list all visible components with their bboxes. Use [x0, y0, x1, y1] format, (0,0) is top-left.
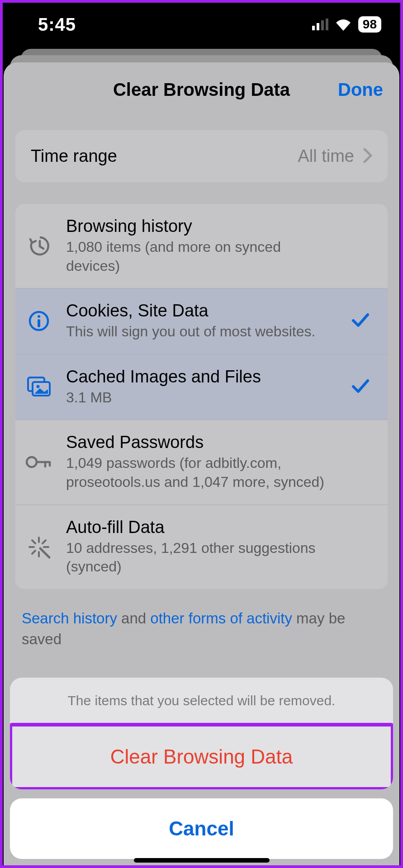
status-icons: 98 — [312, 16, 381, 33]
row-title: Auto-fill Data — [66, 518, 338, 537]
row-title: Browsing history — [66, 217, 338, 236]
history-icon — [24, 231, 53, 260]
data-types-list: Browsing history 1,080 items (and more o… — [15, 204, 388, 589]
status-time: 5:45 — [38, 14, 76, 35]
row-subtitle: 3.1 MB — [66, 388, 338, 407]
svg-point-10 — [27, 457, 37, 467]
page-title: Clear Browsing Data — [113, 80, 290, 100]
row-title: Saved Passwords — [66, 433, 338, 452]
svg-rect-0 — [312, 26, 315, 30]
wand-icon — [24, 533, 53, 561]
chevron-right-icon — [363, 148, 372, 165]
svg-point-9 — [37, 385, 40, 388]
cellular-icon — [312, 19, 328, 30]
key-icon — [24, 448, 53, 476]
svg-rect-3 — [326, 19, 328, 30]
status-bar: 5:45 98 — [0, 0, 403, 49]
sheet-header: Clear Browsing Data Done — [4, 62, 399, 117]
checkmark-icon — [351, 310, 374, 332]
wifi-icon — [335, 18, 352, 31]
svg-line-16 — [32, 551, 35, 554]
clear-browsing-data-button[interactable]: Clear Browsing Data — [12, 726, 391, 787]
row-subtitle: 10 addresses, 1,291 other suggestions (s… — [66, 539, 338, 576]
info-icon — [24, 307, 53, 335]
svg-point-5 — [38, 315, 40, 318]
row-cookies[interactable]: Cookies, Site Data This will sign you ou… — [15, 288, 388, 354]
row-autofill[interactable]: Auto-fill Data 10 addresses, 1,291 other… — [15, 505, 388, 589]
row-subtitle: This will sign you out of most websites. — [66, 322, 338, 341]
checkmark-icon — [351, 376, 374, 398]
time-range-label: Time range — [31, 146, 117, 166]
time-range-value: All time — [298, 146, 354, 166]
row-subtitle: 1,080 items (and more on synced devices) — [66, 238, 338, 275]
images-icon — [24, 373, 53, 401]
done-button[interactable]: Done — [338, 80, 383, 100]
time-range-row[interactable]: Time range All time — [15, 130, 388, 182]
search-history-link[interactable]: Search history — [22, 610, 117, 627]
row-browsing-history[interactable]: Browsing history 1,080 items (and more o… — [15, 204, 388, 288]
time-range-section: Time range All time — [15, 130, 388, 182]
cancel-button[interactable]: Cancel — [10, 798, 393, 859]
home-indicator[interactable] — [134, 858, 270, 863]
svg-line-18 — [40, 548, 49, 557]
other-activity-link[interactable]: other forms of activity — [150, 610, 292, 627]
footer-note: Search history and other forms of activi… — [22, 608, 381, 650]
row-saved-passwords[interactable]: Saved Passwords 1,049 passwords (for adb… — [15, 420, 388, 505]
svg-rect-1 — [317, 23, 319, 30]
svg-line-17 — [43, 540, 46, 543]
row-subtitle: 1,049 passwords (for adbitly.com, proseo… — [66, 454, 338, 491]
row-title: Cookies, Site Data — [66, 301, 338, 321]
row-cached-images[interactable]: Cached Images and Files 3.1 MB — [15, 354, 388, 420]
svg-rect-6 — [38, 319, 40, 327]
row-title: Cached Images and Files — [66, 367, 338, 387]
action-sheet-message: The items that you selected will be remo… — [10, 678, 393, 724]
confirmation-action-sheet: The items that you selected will be remo… — [10, 678, 393, 859]
svg-line-15 — [32, 540, 35, 543]
battery-indicator: 98 — [358, 16, 381, 33]
svg-rect-2 — [321, 20, 324, 30]
